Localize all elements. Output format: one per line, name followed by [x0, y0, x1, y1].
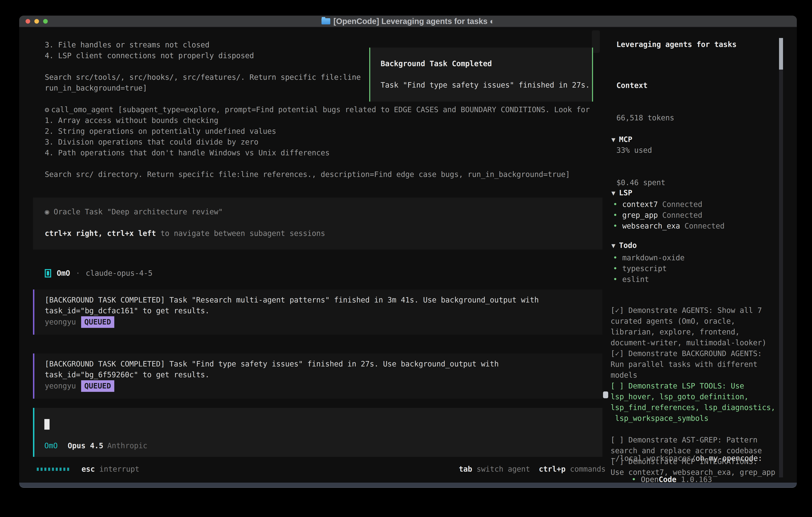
- chevron-down-icon: ▼: [611, 242, 615, 249]
- task-user: yeongyu: [45, 318, 76, 326]
- record-icon: ◉: [45, 208, 49, 216]
- task-user: yeongyu: [45, 382, 76, 390]
- task-message-block: [BACKGROUND TASK COMPLETED] Task "Find t…: [33, 353, 602, 399]
- tool-call-line: 3. Division operations that could divide…: [45, 137, 590, 147]
- todo-line: curated agents (OmO, oracle,: [611, 316, 775, 327]
- input-provider-name: Anthropic: [107, 440, 147, 451]
- oracle-hint-keys: ctrl+x right, ctrl+x left: [45, 229, 156, 238]
- tool-call-line: Search src/ directory. Return specific f…: [45, 169, 590, 180]
- folder-icon: [321, 18, 330, 24]
- input-model-name[interactable]: Opus 4.5: [68, 440, 103, 451]
- tool-call-line: 4. Path operations that don't handle Win…: [45, 147, 590, 158]
- background-task-notification[interactable]: Background Task Completed Task "Find typ…: [369, 48, 593, 102]
- agent-header: OmO · claude-opus-4-5: [45, 268, 152, 279]
- status-badge: QUEUED: [81, 316, 114, 328]
- chat-scrollbar-track[interactable]: [592, 30, 600, 53]
- window-title-group: [OpenCode] Leveraging agents for tasks ◐: [19, 16, 797, 27]
- oracle-spacer: [45, 217, 602, 228]
- tool-call-line: 1. Array access without bounds checking: [45, 115, 590, 126]
- notification-title: Background Task Completed: [381, 58, 592, 69]
- separator-dot: ·: [76, 268, 80, 279]
- workspace-line: ~/local-workspaces/oh-my-opencode:: [611, 453, 762, 464]
- todo-line: [ ] Demonstrate LSP TOOLS: Use: [611, 381, 775, 391]
- oracle-task-title: ◉ Oracle Task "Deep architecture review": [45, 207, 602, 217]
- status-bar: esc interrupt tab switch agent ctrl+p co…: [37, 464, 606, 474]
- oracle-task-title-text: Oracle Task "Deep architecture review": [54, 208, 223, 216]
- oracle-hint: ctrl+x right, ctrl+x left to navigate be…: [45, 228, 602, 239]
- oracle-task-panel: ◉ Oracle Task "Deep architecture review"…: [33, 197, 602, 249]
- workspace-dir-dim: ~/local-workspaces/: [611, 454, 696, 463]
- task-message-meta: yeongyuQUEUED: [45, 380, 602, 392]
- chat-transcript-top: 3. File handles or streams not closed4. …: [45, 39, 361, 93]
- task-message-line2: task_id="bg_6f59260c" to get results.: [45, 370, 602, 380]
- todo-section-header[interactable]: ▼Todo: [611, 240, 776, 251]
- omo-agent-icon: [45, 269, 51, 277]
- transcript-line: [45, 61, 361, 72]
- notification-spacer: [381, 69, 592, 80]
- esc-label: interrupt: [99, 465, 139, 473]
- todo-heading: Todo: [619, 241, 637, 250]
- terminal-window: [OpenCode] Leveraging agents for tasks ◐…: [19, 16, 797, 488]
- input-footer: OmO Opus 4.5 Anthropic: [45, 440, 147, 451]
- todo-line: lsp_hover, lsp_goto_definition,: [611, 391, 775, 402]
- todo-line: librarian, explore, frontend,: [611, 327, 775, 337]
- tab-label: switch agent: [477, 465, 530, 473]
- todo-line: models: [611, 370, 775, 381]
- status-right-hints: tab switch agent ctrl+p commands: [459, 464, 606, 474]
- input-agent-name: OmO: [45, 440, 58, 451]
- chevron-down-icon: ▼: [611, 136, 615, 143]
- prompt-input[interactable]: OmO Opus 4.5 Anthropic: [33, 408, 602, 457]
- session-title: Leveraging agents for tasks: [616, 39, 736, 50]
- tool-call-line: [45, 158, 590, 169]
- sidebar-scrollbar-thumb[interactable]: [779, 38, 783, 70]
- commands-hint: ctrl+p commands: [539, 464, 606, 474]
- chat-scrollbar-thumb[interactable]: [603, 391, 608, 398]
- task-message-line1: [BACKGROUND TASK COMPLETED] Task "Find t…: [45, 359, 602, 370]
- todo-line: [✓] Demonstrate BACKGROUND AGENTS:: [611, 348, 775, 359]
- todo-line: lsp_workspace_symbols: [611, 413, 775, 424]
- task-message-meta: yeongyuQUEUED: [45, 316, 602, 328]
- lsp-heading: LSP: [619, 189, 632, 197]
- context-heading: Context: [616, 80, 674, 91]
- tab-key: tab: [459, 465, 472, 473]
- mcp-section-header[interactable]: ▼MCP: [611, 134, 724, 145]
- lsp-section-header[interactable]: ▼LSP: [611, 188, 685, 198]
- notification-body: Task "Find type safety issues" finished …: [381, 80, 592, 90]
- todo-line: Run parallel tasks with different: [611, 359, 775, 370]
- todo-line: document-writer, multimodal-looker): [611, 337, 775, 348]
- ctrl-p-key: ctrl+p: [539, 465, 566, 473]
- tool-call-line: 2. String operations on potentially unde…: [45, 126, 590, 137]
- todo-line: [✓] Demonstrate AGENTS: Show all 7: [611, 305, 775, 316]
- window-bottom-edge: [19, 483, 797, 488]
- transcript-line: run_in_background=true]: [45, 83, 361, 93]
- esc-hint: esc interrupt: [82, 464, 140, 474]
- agent-model: claude-opus-4-5: [86, 268, 152, 279]
- tool-call-head: ⚙call_omo_agent [subagent_type=explore, …: [45, 104, 590, 115]
- tab-hint: tab switch agent: [459, 464, 530, 474]
- tool-call-head-text: call_omo_agent [subagent_type=explore, p…: [51, 105, 590, 114]
- workspace-dir-bold: oh-my-opencode:: [696, 454, 762, 463]
- mcp-heading: MCP: [619, 135, 632, 144]
- sidebar-scrollbar-track[interactable]: [779, 38, 783, 478]
- transcript-line: 3. File handles or streams not closed: [45, 39, 361, 50]
- todo-line: lsp_find_references, lsp_diagnostics,: [611, 402, 775, 413]
- task-message-line2: task_id="bg_dcfac161" to get results.: [45, 305, 602, 316]
- chevron-down-icon: ▼: [611, 189, 615, 197]
- task-message-block: [BACKGROUND TASK COMPLETED] Task "Resear…: [33, 290, 602, 335]
- transcript-line: Search src/tools/, src/hooks/, src/featu…: [45, 72, 361, 83]
- task-message-line1: [BACKGROUND TASK COMPLETED] Task "Resear…: [45, 295, 602, 305]
- tool-call-lines: 1. Array access without bounds checking2…: [45, 115, 590, 180]
- window-title: [OpenCode] Leveraging agents for tasks ◐: [334, 16, 495, 27]
- esc-key: esc: [82, 465, 95, 473]
- oracle-hint-text: to navigate between subagent sessions: [156, 229, 325, 238]
- text-cursor: [45, 419, 50, 430]
- title-bar: [OpenCode] Leveraging agents for tasks ◐: [19, 16, 797, 27]
- activity-spinner-icon: [37, 468, 69, 471]
- agent-name: OmO: [57, 268, 70, 279]
- status-badge: QUEUED: [81, 380, 114, 392]
- transcript-line: 4. LSP client connections not properly d…: [45, 50, 361, 61]
- gear-icon: ⚙: [45, 105, 49, 114]
- commands-label: commands: [570, 465, 606, 473]
- tool-call-block: ⚙call_omo_agent [subagent_type=explore, …: [45, 104, 590, 180]
